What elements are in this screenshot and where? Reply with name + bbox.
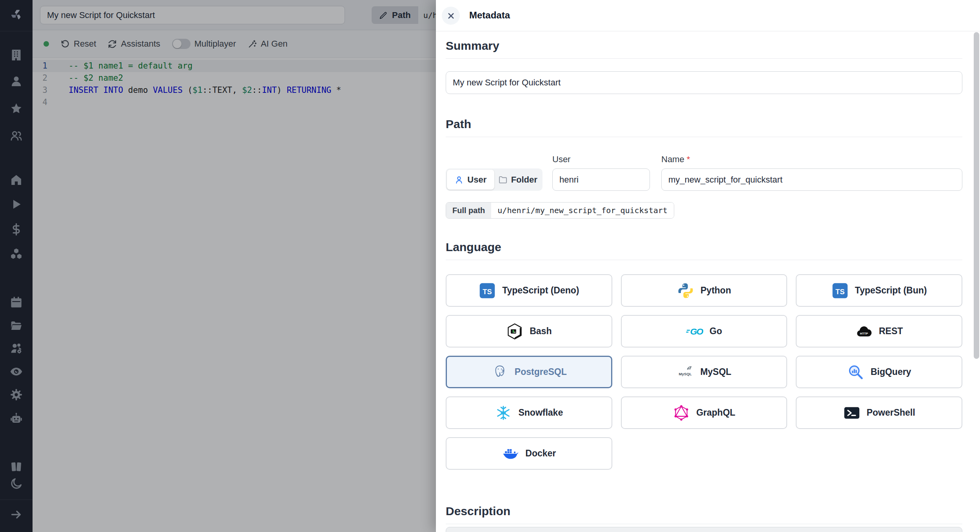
language-typescript-bun[interactable]: TS TypeScript (Bun) [796,274,962,307]
drawer-scrollbar[interactable] [974,32,979,359]
close-button[interactable] [442,7,460,25]
bash-icon: $ [506,323,523,340]
full-path-label: Full path [446,203,491,218]
user-icon [454,175,464,185]
description-editor-top[interactable] [446,527,962,532]
description-heading: Description [446,505,962,524]
drawer-header: Metadata [436,0,980,31]
typescript-icon: TS [479,282,496,299]
summary-input[interactable] [446,71,962,94]
svg-text:TS: TS [483,288,492,296]
docker-icon [502,445,519,462]
owner-kind-folder-label: Folder [511,175,537,185]
language-docker[interactable]: Docker [446,437,612,470]
typescript-icon: TS [831,282,849,299]
python-icon [677,282,694,299]
language-powershell[interactable]: PowerShell [796,396,962,429]
drawer-title: Metadata [469,10,510,21]
language-python[interactable]: Python [621,274,788,307]
svg-text:TS: TS [835,288,844,296]
svg-text:HTTP: HTTP [860,331,868,335]
owner-kind-user-option[interactable]: User [447,170,494,190]
folder-icon [498,175,508,185]
owner-kind-user-label: User [467,175,486,185]
rest-cloud-icon: HTTP [855,323,873,340]
language-grid: TS TypeScript (Deno) Python TS TypeScrip… [446,274,962,470]
language-mysql[interactable]: MySQL MySQL [621,356,788,388]
user-field-label: User [552,154,570,165]
full-path-display: Full path u/henri/my_new_script_for_quic… [446,202,674,219]
x-icon [446,11,456,20]
language-graphql[interactable]: GraphQL [621,396,788,429]
svg-text:GO: GO [690,326,703,337]
svg-text:MySQL: MySQL [679,372,692,376]
metadata-drawer: Metadata Summary Path User Name * User F… [436,0,980,532]
required-asterisk: * [687,154,690,164]
summary-heading: Summary [446,39,962,59]
path-heading: Path [446,118,962,137]
owner-kind-folder-option[interactable]: Folder [494,170,542,190]
language-rest[interactable]: HTTP REST [796,315,962,347]
path-user-input[interactable] [552,168,650,191]
name-field-label: Name * [661,154,690,165]
mysql-icon: MySQL [677,364,694,381]
powershell-icon [843,404,860,422]
language-postgresql[interactable]: PostgreSQL [446,356,612,388]
language-bash[interactable]: $ Bash [446,315,612,347]
owner-kind-segmented: User Folder [446,168,543,191]
app-root: Path u/henri/my_new_script_for_quickstar… [0,0,980,532]
path-name-input[interactable] [661,168,962,191]
postgresql-icon [491,364,508,381]
go-icon: GO [686,323,703,340]
language-heading: Language [446,241,962,260]
snowflake-icon [495,404,512,422]
language-typescript-deno[interactable]: TS TypeScript (Deno) [446,274,612,307]
bigquery-icon [847,364,864,381]
full-path-value: u/henri/my_new_script_for_quickstart [491,203,673,218]
language-snowflake[interactable]: Snowflake [446,396,612,429]
graphql-icon [673,404,690,422]
svg-text:$: $ [512,329,514,333]
language-bigquery[interactable]: BigQuery [796,356,962,388]
language-go[interactable]: GO Go [621,315,788,347]
